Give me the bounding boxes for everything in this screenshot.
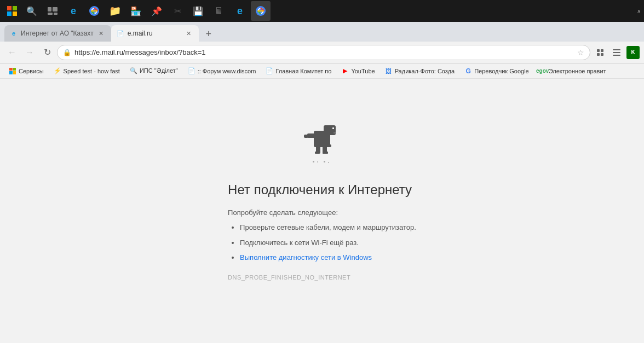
lock-icon: 🔒 bbox=[63, 49, 71, 56]
svg-rect-28 bbox=[313, 161, 314, 162]
file-explorer-icon[interactable]: 📁 bbox=[105, 1, 125, 21]
bookmark-translator[interactable]: G Переводчик Google bbox=[460, 65, 533, 77]
ie-icon-2[interactable]: e bbox=[230, 1, 250, 21]
error-suggestion-text: Попробуйте сделать следующее: bbox=[228, 208, 416, 217]
bookmark-servisy[interactable]: Сервисы bbox=[4, 65, 48, 77]
bookmark-egov[interactable]: egov Электронное правит bbox=[534, 65, 611, 77]
ie-icon[interactable]: e bbox=[64, 1, 83, 21]
bookmark-favicon-radikal: 🖼 bbox=[385, 67, 393, 75]
bookmark-star-icon[interactable]: ☆ bbox=[577, 48, 584, 57]
svg-rect-12 bbox=[597, 53, 600, 56]
bookmark-adilet[interactable]: 🔍 ИПС "Әділет" bbox=[125, 65, 182, 77]
bookmarks-bar: Сервисы ⚡ Speed test - how fast 🔍 ИПС "Ә… bbox=[0, 63, 644, 79]
bookmark-favicon-servisy bbox=[9, 67, 16, 75]
error-list-item-1: Проверьте сетевые кабели, модем и маршру… bbox=[240, 222, 416, 233]
taskbar-icons: e 📁 🏪 📌 ✂ 💾 bbox=[43, 1, 635, 21]
dino-container bbox=[303, 123, 341, 166]
svg-rect-30 bbox=[324, 161, 325, 162]
start-button[interactable] bbox=[3, 2, 21, 20]
page-content: Нет подключения к Интернету Попробуйте с… bbox=[0, 79, 644, 343]
svg-rect-25 bbox=[315, 152, 319, 154]
bookmark-glavnaya[interactable]: 📄 Главная Комитет по bbox=[261, 65, 336, 77]
chrome-active-icon[interactable] bbox=[251, 1, 271, 21]
chrome-taskbar-icon[interactable] bbox=[84, 1, 104, 21]
bookmark-favicon-youtube: ▶ bbox=[341, 67, 349, 75]
task-view-button[interactable] bbox=[43, 1, 62, 21]
store-icon[interactable]: 🏪 bbox=[126, 1, 146, 21]
tab-email[interactable]: 📄 e.mail.ru ✕ bbox=[111, 25, 199, 42]
svg-rect-0 bbox=[48, 7, 51, 11]
bookmark-favicon-speedtest: ⚡ bbox=[54, 67, 61, 75]
bookmark-favicon-adilet: 🔍 bbox=[130, 67, 137, 75]
diagnostics-link[interactable]: Выполните диагностику сети в Windows bbox=[240, 253, 372, 261]
error-list: Проверьте сетевые кабели, модем и маршру… bbox=[228, 222, 416, 263]
svg-rect-22 bbox=[304, 135, 308, 138]
bookmark-forum[interactable]: 📄 :: Форум www.discom bbox=[183, 65, 261, 77]
new-tab-button[interactable]: + bbox=[201, 26, 216, 42]
svg-rect-13 bbox=[601, 53, 603, 56]
error-content-container: Нет подключения к Интернету Попробуйте с… bbox=[228, 182, 416, 281]
bookmark-favicon-translator: G bbox=[464, 67, 472, 75]
bookmark-label-forum: :: Форум www.discom bbox=[198, 68, 256, 74]
svg-rect-15 bbox=[613, 52, 620, 53]
svg-rect-20 bbox=[334, 132, 336, 133]
tab-bar: e Интернет от АО "Казахт ✕ 📄 e.mail.ru ✕… bbox=[0, 22, 644, 42]
bookmark-radikal[interactable]: 🖼 Радикал-Фото: Созда bbox=[381, 65, 459, 77]
bookmark-favicon-egov: egov bbox=[539, 67, 547, 75]
tab-close-internet[interactable]: ✕ bbox=[97, 29, 106, 38]
tab-title-internet: Интернет от АО "Казахт bbox=[21, 30, 94, 37]
svg-rect-23 bbox=[327, 144, 331, 147]
error-title: Нет подключения к Интернету bbox=[228, 182, 416, 197]
svg-rect-18 bbox=[324, 125, 336, 135]
app-icon-1[interactable]: 📌 bbox=[147, 1, 166, 21]
svg-rect-11 bbox=[601, 49, 603, 52]
svg-rect-10 bbox=[597, 49, 600, 52]
tab-internet[interactable]: e Интернет от АО "Казахт ✕ bbox=[4, 25, 111, 42]
chrome-window: e Интернет от АО "Казахт ✕ 📄 e.mail.ru ✕… bbox=[0, 22, 644, 343]
app-icon-4[interactable]: 🖩 bbox=[209, 1, 229, 21]
error-code: DNS_PROBE_FINISHED_NO_INTERNET bbox=[228, 274, 416, 281]
url-text: https://e.mail.ru/messages/inbox/?back=1 bbox=[74, 48, 574, 56]
svg-rect-16 bbox=[613, 55, 620, 56]
nav-right-actions bbox=[593, 45, 624, 60]
back-button[interactable]: ← bbox=[4, 45, 20, 60]
svg-rect-27 bbox=[323, 152, 328, 154]
taskbar-overflow-chevron[interactable]: ∧ bbox=[637, 8, 641, 14]
svg-rect-14 bbox=[613, 49, 620, 50]
tab-title-email: e.mail.ru bbox=[128, 30, 181, 37]
bookmark-youtube[interactable]: ▶ YouTube bbox=[337, 65, 379, 77]
tab-close-email[interactable]: ✕ bbox=[185, 29, 193, 38]
svg-rect-31 bbox=[328, 162, 329, 163]
nav-bar: ← → ↻ 🔒 https://e.mail.ru/messages/inbox… bbox=[0, 42, 644, 63]
app-icon-3[interactable]: 💾 bbox=[188, 1, 208, 21]
svg-rect-19 bbox=[332, 127, 334, 129]
taskbar-search-button[interactable]: 🔍 bbox=[23, 2, 41, 20]
bookmark-label-glavnaya: Главная Комитет по bbox=[275, 68, 331, 74]
taskbar: 🔍 e 📁 bbox=[0, 0, 644, 22]
address-bar[interactable]: 🔒 https://e.mail.ru/messages/inbox/?back… bbox=[57, 45, 590, 60]
bookmark-label-radikal: Радикал-Фото: Созда bbox=[395, 68, 455, 74]
bookmark-label-egov: Электронное правит bbox=[549, 68, 606, 74]
extensions-button[interactable] bbox=[593, 45, 608, 60]
bookmark-label-translator: Переводчик Google bbox=[474, 68, 529, 74]
error-list-item-link: Выполните диагностику сети в Windows bbox=[240, 252, 416, 263]
bookmark-label-servisy: Сервисы bbox=[19, 68, 44, 74]
bookmark-favicon-forum: 📄 bbox=[188, 67, 196, 75]
reload-button[interactable]: ↻ bbox=[39, 45, 55, 60]
kaspersky-icon[interactable]: K bbox=[626, 46, 640, 59]
tab-favicon-email: 📄 bbox=[117, 30, 124, 37]
svg-rect-29 bbox=[317, 161, 318, 162]
app-icon-2[interactable]: ✂ bbox=[168, 1, 187, 21]
bookmark-label-speedtest: Speed test - how fast bbox=[64, 68, 120, 74]
svg-rect-2 bbox=[48, 13, 53, 15]
error-list-item-2: Подключитесь к сети Wi-Fi ещё раз. bbox=[240, 237, 416, 248]
bookmark-label-adilet: ИПС "Әділет" bbox=[140, 67, 178, 74]
svg-rect-21 bbox=[307, 133, 315, 138]
bookmark-favicon-glavnaya: 📄 bbox=[266, 67, 273, 75]
dino-image bbox=[303, 123, 341, 164]
bookmark-speedtest[interactable]: ⚡ Speed test - how fast bbox=[49, 65, 124, 77]
svg-rect-3 bbox=[54, 13, 58, 15]
forward-button[interactable]: → bbox=[22, 45, 37, 60]
svg-rect-1 bbox=[53, 7, 58, 11]
chrome-menu-button[interactable] bbox=[609, 45, 624, 60]
